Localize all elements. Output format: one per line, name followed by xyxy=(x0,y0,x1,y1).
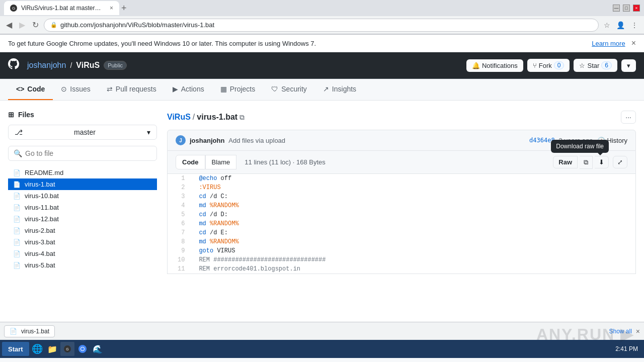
branch-icon: ⎇ xyxy=(15,128,23,136)
table-row: 2 :VIRUS xyxy=(168,183,635,192)
line-code: cd /d D: xyxy=(191,210,635,219)
header-actions: 🔔 Notifications ⑂ Fork 0 ☆ Star 6 ▾ xyxy=(466,59,636,72)
file-item[interactable]: 📄virus-10.bat xyxy=(8,190,157,202)
branch-dropdown-icon: ▾ xyxy=(147,128,150,136)
breadcrumb-separator: / xyxy=(193,113,195,122)
line-code: @echo off xyxy=(191,174,635,183)
back-button[interactable]: ◀ xyxy=(4,18,14,32)
file-path-bar: ViRuS / virus-1.bat ⧉ ··· xyxy=(167,111,636,124)
browser-tab[interactable]: G ViRuS/virus-1.bat at master · joshar..… xyxy=(4,1,119,15)
tooltip-container: Code Blame 11 lines (11 loc) · 168 Bytes… xyxy=(167,151,636,174)
new-tab-button[interactable]: + xyxy=(121,3,127,14)
file-icon: 📄 xyxy=(13,239,21,246)
address-bar[interactable]: 🔒 github.com/joshanjohn/ViRuS/blob/maste… xyxy=(44,19,599,32)
nav-issues[interactable]: ⊙ Issues xyxy=(53,79,98,100)
line-number: 5 xyxy=(168,210,191,219)
table-row: 5 cd /d D: xyxy=(168,210,635,219)
file-icon: 📄 xyxy=(13,250,21,257)
breadcrumb-filename: virus-1.bat xyxy=(197,113,237,122)
history-label: History xyxy=(607,137,627,144)
file-item[interactable]: 📄virus-2.bat xyxy=(8,225,157,236)
more-options-button[interactable]: ··· xyxy=(621,111,636,124)
table-row: 7 cd /d E: xyxy=(168,228,635,237)
forward-button[interactable]: ▶ xyxy=(17,18,27,32)
notifications-button[interactable]: 🔔 Notifications xyxy=(466,59,523,72)
window-controls: — □ × xyxy=(613,5,640,12)
taskbar-ie-icon[interactable]: 🌐 xyxy=(30,342,44,356)
sidebar-title: ⊞ Files xyxy=(8,111,34,119)
line-code: md %RANDOM% xyxy=(191,201,635,210)
taskbar-folder-icon[interactable]: 📁 xyxy=(45,342,59,356)
file-item[interactable]: 📄virus-5.bat xyxy=(8,259,157,271)
file-item[interactable]: 📄virus-1.bat xyxy=(8,178,157,190)
line-number: 11 xyxy=(168,264,191,274)
nav-security[interactable]: 🛡 Security xyxy=(263,79,315,100)
file-item[interactable]: 📄virus-4.bat xyxy=(8,248,157,259)
commit-message: Add files via upload xyxy=(228,137,285,144)
bell-icon: 🔔 xyxy=(472,62,480,69)
show-all-link[interactable]: Show all xyxy=(609,328,631,335)
github-logo xyxy=(8,58,19,72)
file-icon: 📄 xyxy=(13,227,21,234)
copy-raw-button[interactable]: ⧉ xyxy=(580,156,593,169)
line-number: 8 xyxy=(168,237,191,246)
commit-author[interactable]: joshanjohn xyxy=(190,137,224,144)
star-dropdown[interactable]: ▾ xyxy=(621,59,636,72)
tab-blame[interactable]: Blame xyxy=(205,155,237,169)
projects-icon: ▦ xyxy=(220,85,227,93)
refresh-button[interactable]: ↻ xyxy=(30,18,41,32)
nav-insights[interactable]: ↗ Insights xyxy=(315,79,364,100)
notification-close-icon[interactable]: × xyxy=(631,39,636,48)
file-item[interactable]: 📄README.md xyxy=(8,167,157,178)
star-button[interactable]: ☆ Star 6 xyxy=(574,59,617,72)
branch-selector[interactable]: ⎇ master ▾ xyxy=(8,125,157,140)
svg-text:G: G xyxy=(66,347,68,351)
line-number: 4 xyxy=(168,201,191,210)
learn-more-link[interactable]: Learn more xyxy=(592,40,625,47)
table-row: 10 REM ############################### xyxy=(168,255,635,264)
taskbar-chrome-icon[interactable] xyxy=(75,342,90,356)
repo-name[interactable]: ViRuS xyxy=(76,61,100,70)
search-input[interactable] xyxy=(25,149,151,157)
file-item[interactable]: 📄virus-12.bat xyxy=(8,213,157,225)
fullscreen-button[interactable]: ⤢ xyxy=(613,156,627,168)
nav-projects[interactable]: ▦ Projects xyxy=(212,79,264,100)
actions-icon: ▶ xyxy=(173,85,178,93)
maximize-button[interactable]: □ xyxy=(623,5,630,12)
repo-owner[interactable]: joshanjohn xyxy=(27,61,66,70)
line-number: 3 xyxy=(168,192,191,201)
breadcrumb-repo-link[interactable]: ViRuS xyxy=(167,113,191,122)
nav-actions[interactable]: ▶ Actions xyxy=(165,79,212,100)
notification-text: To get future Google Chrome updates, you… xyxy=(8,40,316,47)
raw-button[interactable]: Raw xyxy=(553,156,578,168)
download-bar-close[interactable]: × xyxy=(636,327,640,335)
main-content: ⊞ Files ⎇ master ▾ 🔍 📄README.md📄virus-1.… xyxy=(0,101,644,322)
file-stats: 11 lines (11 loc) · 168 Bytes xyxy=(245,158,325,166)
file-item[interactable]: 📄virus-11.bat xyxy=(8,202,157,213)
taskbar-app-icon[interactable]: G xyxy=(60,342,74,356)
nav-code[interactable]: <> Code xyxy=(8,79,53,100)
nav-pull-requests[interactable]: ⇄ Pull requests xyxy=(99,79,165,100)
copy-path-button[interactable]: ⧉ xyxy=(239,113,245,122)
taskbar-edge-icon[interactable]: 🌊 xyxy=(91,342,105,356)
fork-button[interactable]: ⑂ Fork 0 xyxy=(527,59,570,72)
tab-close-icon[interactable]: × xyxy=(110,5,113,12)
file-item[interactable]: 📄virus-3.bat xyxy=(8,236,157,248)
start-button[interactable]: Start xyxy=(2,342,29,356)
close-button[interactable]: × xyxy=(633,5,640,12)
star-count: 6 xyxy=(601,61,612,69)
line-code: md %RANDOM% xyxy=(191,237,635,246)
menu-icon[interactable]: ⋮ xyxy=(629,19,640,31)
tab-title: ViRuS/virus-1.bat at master · joshar... xyxy=(21,5,102,12)
bottom-bar: 📄 virus-1.bat Show all × xyxy=(0,322,644,340)
branch-name: master xyxy=(74,128,96,136)
browser-actions: ☆ 👤 ⋮ xyxy=(602,19,640,31)
tab-code[interactable]: Code xyxy=(176,155,205,169)
profile-icon[interactable]: 👤 xyxy=(614,19,627,31)
minimize-button[interactable]: — xyxy=(613,5,620,12)
bookmark-icon[interactable]: ☆ xyxy=(602,19,612,31)
file-icon: 📄 xyxy=(13,204,21,211)
file-icon: 📄 xyxy=(13,181,21,188)
table-row: 1 @echo off xyxy=(168,174,635,183)
file-search[interactable]: 🔍 xyxy=(8,146,157,161)
